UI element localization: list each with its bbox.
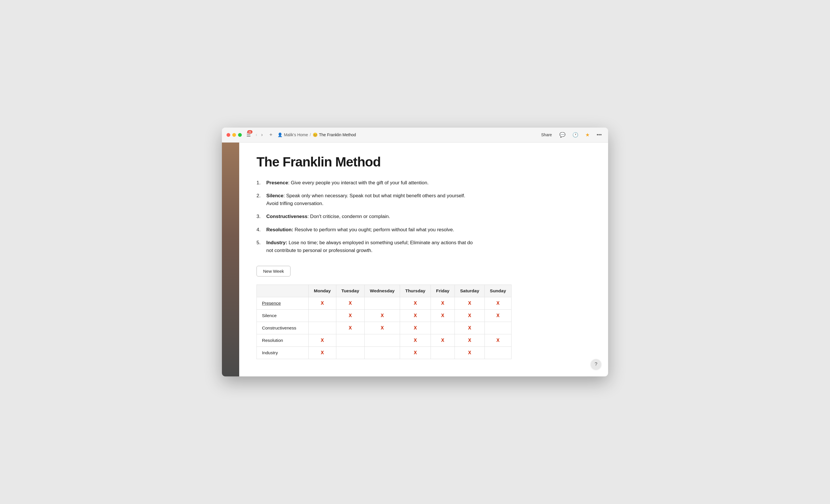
browser-window: ☰ 21 ‹ › + 👤 Malik's Home / 😊 The Frankl… — [222, 128, 608, 376]
cell-silence-sun[interactable]: X — [484, 310, 511, 322]
x-mark: X — [321, 338, 324, 343]
table-header-thursday: Thursday — [400, 285, 431, 297]
cell-construct-wed[interactable]: X — [364, 322, 400, 334]
principle-text: Silence: Speak only when necessary. Spea… — [266, 192, 476, 207]
cell-resolution-thu[interactable]: X — [400, 334, 431, 347]
cell-silence-fri[interactable]: X — [430, 310, 455, 322]
minimize-button[interactable] — [232, 133, 236, 137]
x-mark: X — [321, 350, 324, 355]
x-mark: X — [441, 301, 444, 306]
cell-industry-sun[interactable] — [484, 347, 511, 359]
cell-industry-thu[interactable]: X — [400, 347, 431, 359]
table-header-saturday: Saturday — [455, 285, 484, 297]
cell-silence-tue[interactable]: X — [336, 310, 364, 322]
cell-resolution-tue[interactable] — [336, 334, 364, 347]
cell-presence-tue[interactable]: X — [336, 297, 364, 310]
table-header-row: Monday Tuesday Wednesday Thursday Friday… — [257, 285, 512, 297]
cell-silence-thu[interactable]: X — [400, 310, 431, 322]
x-mark: X — [414, 313, 417, 318]
forward-button[interactable]: › — [260, 131, 264, 138]
row-label-presence: Presence — [257, 297, 309, 310]
page-title: The Franklin Method — [256, 154, 476, 170]
list-item: 3. Constructiveness: Don't criticise, co… — [256, 212, 476, 220]
history-button[interactable]: 🕐 — [571, 131, 580, 139]
principle-name: Resolution: — [266, 227, 293, 232]
x-mark: X — [468, 338, 471, 343]
cell-presence-sun[interactable]: X — [484, 297, 511, 310]
titlebar-actions: Share 💬 🕐 ★ ••• — [539, 131, 604, 139]
list-number: 4. — [256, 226, 263, 234]
x-mark: X — [414, 338, 417, 343]
cell-industry-mon[interactable]: X — [309, 347, 336, 359]
notification-badge: 21 — [247, 130, 252, 134]
principle-name: Silence — [266, 193, 284, 198]
x-mark: X — [349, 326, 352, 330]
principle-text: Resolution: Resolve to perform what you … — [266, 226, 454, 234]
home-avatar: 👤 — [278, 132, 282, 137]
table-row: Industry X X X — [257, 347, 512, 359]
table-header-tuesday: Tuesday — [336, 285, 364, 297]
x-mark: X — [468, 350, 471, 355]
close-button[interactable] — [226, 133, 230, 137]
cell-presence-mon[interactable]: X — [309, 297, 336, 310]
table-row: Silence X X X X X X — [257, 310, 512, 322]
sidebar-toggle[interactable]: ☰ 21 — [247, 132, 251, 138]
breadcrumb-current[interactable]: 😊 The Franklin Method — [313, 132, 356, 137]
cell-presence-wed[interactable] — [364, 297, 400, 310]
principle-text: Industry: Lose no time; be always employ… — [266, 239, 476, 254]
back-button[interactable]: ‹ — [254, 131, 258, 138]
table-row: Constructiveness X X X X — [257, 322, 512, 334]
table-header-empty — [257, 285, 309, 297]
main-content: The Franklin Method 1. Presence: Give ev… — [222, 142, 499, 376]
table-row: Presence X X X X X X — [257, 297, 512, 310]
x-mark: X — [349, 313, 352, 318]
page-emoji: 😊 — [313, 132, 318, 137]
new-week-button[interactable]: New Week — [256, 266, 290, 276]
cell-industry-sat[interactable]: X — [455, 347, 484, 359]
cell-construct-thu[interactable]: X — [400, 322, 431, 334]
favorite-button[interactable]: ★ — [583, 131, 592, 139]
x-mark: X — [381, 326, 384, 330]
comment-button[interactable]: 💬 — [558, 131, 567, 139]
cell-industry-fri[interactable] — [430, 347, 455, 359]
cell-presence-thu[interactable]: X — [400, 297, 431, 310]
cell-silence-sat[interactable]: X — [455, 310, 484, 322]
x-mark: X — [441, 338, 444, 343]
list-item: 2. Silence: Speak only when necessary. S… — [256, 192, 476, 207]
cell-construct-sun[interactable] — [484, 322, 511, 334]
help-button[interactable]: ? — [591, 359, 601, 370]
cell-industry-tue[interactable] — [336, 347, 364, 359]
list-item: 4. Resolution: Resolve to perform what y… — [256, 226, 476, 234]
principle-description: Lose no time; be always employed in some… — [266, 240, 473, 253]
x-mark: X — [381, 313, 384, 318]
fullscreen-button[interactable] — [238, 133, 242, 137]
more-options-button[interactable]: ••• — [595, 131, 604, 139]
cell-construct-tue[interactable]: X — [336, 322, 364, 334]
principle-description: : Give every people you interact with th… — [288, 180, 429, 186]
cell-resolution-mon[interactable]: X — [309, 334, 336, 347]
breadcrumb-home[interactable]: 👤 Malik's Home — [278, 132, 308, 137]
share-button[interactable]: Share — [539, 131, 554, 138]
cell-resolution-wed[interactable] — [364, 334, 400, 347]
new-page-button[interactable]: + — [268, 131, 274, 138]
cell-silence-mon[interactable] — [309, 310, 336, 322]
x-mark: X — [468, 301, 471, 306]
cell-construct-mon[interactable] — [309, 322, 336, 334]
x-mark: X — [441, 313, 444, 318]
x-mark: X — [496, 338, 500, 343]
cell-resolution-sat[interactable]: X — [455, 334, 484, 347]
cell-resolution-sun[interactable]: X — [484, 334, 511, 347]
cell-construct-sat[interactable]: X — [455, 322, 484, 334]
cell-resolution-fri[interactable]: X — [430, 334, 455, 347]
cell-silence-wed[interactable]: X — [364, 310, 400, 322]
cell-construct-fri[interactable] — [430, 322, 455, 334]
row-label-silence: Silence — [257, 310, 309, 322]
breadcrumb-home-label: Malik's Home — [284, 132, 308, 137]
table-row: Resolution X X X X X — [257, 334, 512, 347]
list-number: 5. — [256, 239, 263, 254]
x-mark: X — [321, 301, 324, 306]
cell-industry-wed[interactable] — [364, 347, 400, 359]
breadcrumb: 👤 Malik's Home / 😊 The Franklin Method — [278, 132, 536, 137]
cell-presence-sat[interactable]: X — [455, 297, 484, 310]
cell-presence-fri[interactable]: X — [430, 297, 455, 310]
